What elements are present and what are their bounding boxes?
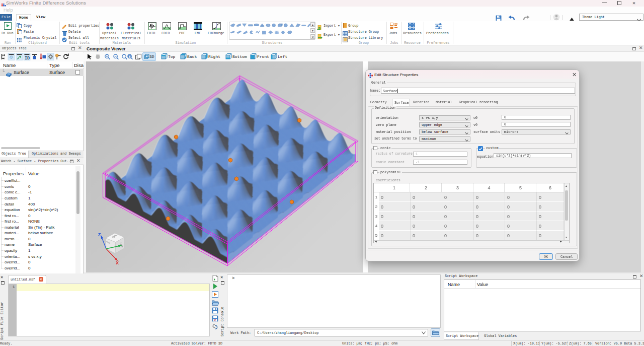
svg-text:ID: ID [25,56,30,61]
svg-text:R: R [214,319,216,322]
